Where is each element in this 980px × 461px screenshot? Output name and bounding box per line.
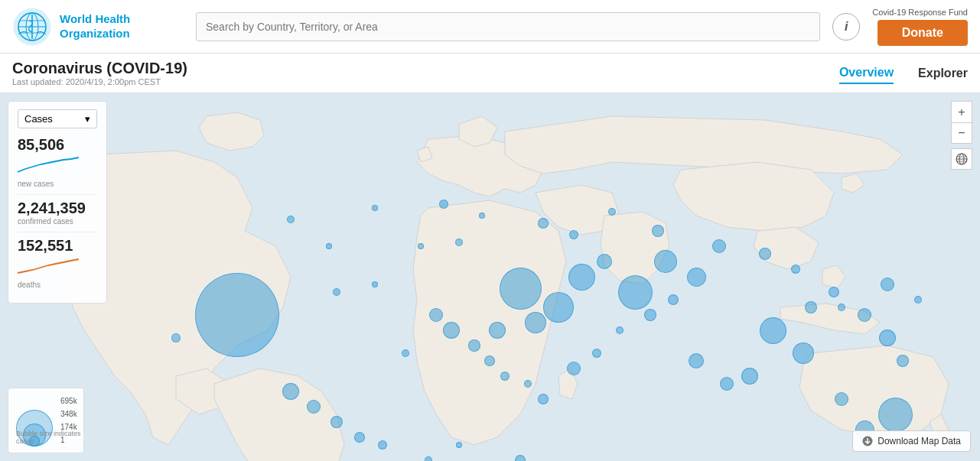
new-cases-label: new cases bbox=[18, 180, 97, 188]
bubble-dot bbox=[616, 326, 623, 334]
page-title-area: Coronavirus (COVID-19) Last updated: 202… bbox=[12, 60, 187, 86]
bubble-dot bbox=[720, 377, 734, 391]
bubble-dot bbox=[568, 264, 595, 291]
globe-icon bbox=[956, 153, 968, 165]
bubble-dot bbox=[500, 372, 510, 381]
response-fund-label: Covid-19 Response Fund bbox=[872, 8, 968, 17]
bubble-legend: 695k 348k 174k 1 Bubble size indicates c… bbox=[8, 388, 84, 453]
bubble-dot bbox=[538, 218, 549, 229]
bubble-dot bbox=[525, 312, 546, 333]
map-controls: + − bbox=[951, 101, 972, 170]
bubble-dot bbox=[741, 368, 758, 385]
bubble-dot bbox=[171, 333, 181, 343]
bubble-dot bbox=[652, 225, 664, 237]
bubble-dot bbox=[881, 278, 894, 291]
bubble-dot bbox=[282, 383, 299, 400]
bubble-dot bbox=[793, 343, 814, 364]
zoom-in-button[interactable]: + bbox=[951, 101, 972, 122]
subheader: Coronavirus (COVID-19) Last updated: 202… bbox=[0, 54, 980, 93]
bubble-dot bbox=[597, 254, 612, 269]
bubble-dot bbox=[858, 308, 871, 322]
bubble-dot bbox=[418, 243, 424, 249]
bubble-dot bbox=[429, 308, 443, 322]
bubble-dot bbox=[878, 398, 913, 432]
last-updated: Last updated: 2020/4/19, 2:00pm CEST bbox=[12, 77, 187, 86]
bubble-dot bbox=[712, 239, 726, 253]
download-label: Download Map Data bbox=[877, 436, 961, 446]
map-svg bbox=[0, 93, 980, 461]
bubble-dot bbox=[668, 294, 679, 305]
bubble-dot bbox=[524, 380, 532, 388]
bubble-dot bbox=[879, 330, 896, 346]
confirmed-label: confirmed cases bbox=[18, 217, 97, 226]
nav-tabs: Overview Explorer bbox=[839, 63, 968, 84]
bubble-dot bbox=[538, 394, 549, 404]
bubble-dot bbox=[543, 292, 574, 323]
bubble-dot bbox=[835, 392, 848, 406]
bubble-dot bbox=[456, 442, 462, 448]
bubble-dot bbox=[378, 440, 387, 450]
confirmed-number: 2,241,359 bbox=[18, 200, 97, 217]
bubble-dot bbox=[425, 456, 432, 461]
bubble-dot bbox=[914, 296, 922, 304]
divider bbox=[18, 194, 97, 195]
new-cases-sparkline bbox=[18, 155, 79, 174]
bubble-dot bbox=[838, 304, 845, 311]
bubble-dot bbox=[592, 349, 601, 358]
world-map[interactable] bbox=[0, 93, 980, 461]
bubble-dot bbox=[689, 353, 704, 368]
bubble-dot bbox=[489, 322, 506, 339]
bubble-dot bbox=[372, 205, 378, 211]
donate-area: Covid-19 Response Fund Donate bbox=[872, 8, 968, 46]
bubble-dot bbox=[330, 416, 343, 428]
new-cases-number: 85,506 bbox=[18, 136, 97, 154]
org-name: World HealthOrganization bbox=[60, 12, 130, 41]
bubble-dot bbox=[326, 243, 332, 249]
bubble-dot bbox=[567, 362, 581, 375]
bubble-dot bbox=[307, 400, 321, 414]
cases-dropdown-label: Cases bbox=[24, 113, 53, 125]
download-map-data-button[interactable]: Download Map Data bbox=[852, 430, 971, 452]
deaths-number: 152,551 bbox=[18, 237, 97, 255]
logo-area: World HealthOrganization bbox=[12, 7, 196, 47]
cases-dropdown[interactable]: Cases ▾ bbox=[18, 109, 97, 128]
bubble-dot bbox=[515, 455, 526, 461]
bubble-dot bbox=[195, 273, 279, 357]
deaths-block: 152,551 deaths bbox=[18, 237, 97, 289]
tab-overview[interactable]: Overview bbox=[839, 63, 894, 84]
bubble-dot bbox=[829, 287, 839, 297]
bubble-dot bbox=[760, 317, 786, 344]
bubble-dot bbox=[402, 349, 409, 357]
chevron-down-icon: ▾ bbox=[85, 113, 90, 125]
bubble-dot bbox=[569, 230, 578, 239]
who-logo-icon bbox=[12, 7, 52, 47]
bubble-dot bbox=[468, 339, 480, 352]
deaths-sparkline bbox=[18, 256, 79, 274]
download-icon bbox=[862, 436, 873, 446]
bubble-dot bbox=[287, 216, 295, 223]
donate-button[interactable]: Donate bbox=[877, 20, 968, 46]
divider2 bbox=[18, 232, 97, 232]
tab-explorer[interactable]: Explorer bbox=[918, 63, 968, 83]
globe-view-button[interactable] bbox=[951, 148, 972, 170]
search-input[interactable] bbox=[196, 12, 820, 41]
header: World HealthOrganization i Covid-19 Resp… bbox=[0, 0, 980, 54]
bubble-dot bbox=[791, 265, 800, 274]
bubble-dot bbox=[654, 250, 677, 273]
bubble-dot bbox=[484, 355, 495, 366]
bubble-dot bbox=[608, 208, 616, 216]
bubble-dot bbox=[500, 268, 542, 310]
bubble-dot bbox=[644, 309, 656, 321]
new-cases-block: 85,506 new cases bbox=[18, 136, 97, 188]
bubble-caption: Bubble size indicates cases bbox=[16, 430, 83, 445]
bubble-dot bbox=[479, 213, 485, 219]
bubble-dot bbox=[455, 239, 463, 246]
info-button[interactable]: i bbox=[832, 13, 860, 41]
zoom-out-button[interactable]: − bbox=[951, 122, 972, 144]
stats-panel: Cases ▾ 85,506 new cases 2,241,359 confi… bbox=[8, 101, 107, 304]
bubble-dot bbox=[805, 301, 817, 313]
confirmed-cases-block: 2,241,359 confirmed cases bbox=[18, 200, 97, 226]
page-title: Coronavirus (COVID-19) bbox=[12, 60, 187, 77]
bubble-dot bbox=[618, 275, 653, 310]
main-content: Cases ▾ 85,506 new cases 2,241,359 confi… bbox=[0, 93, 980, 461]
